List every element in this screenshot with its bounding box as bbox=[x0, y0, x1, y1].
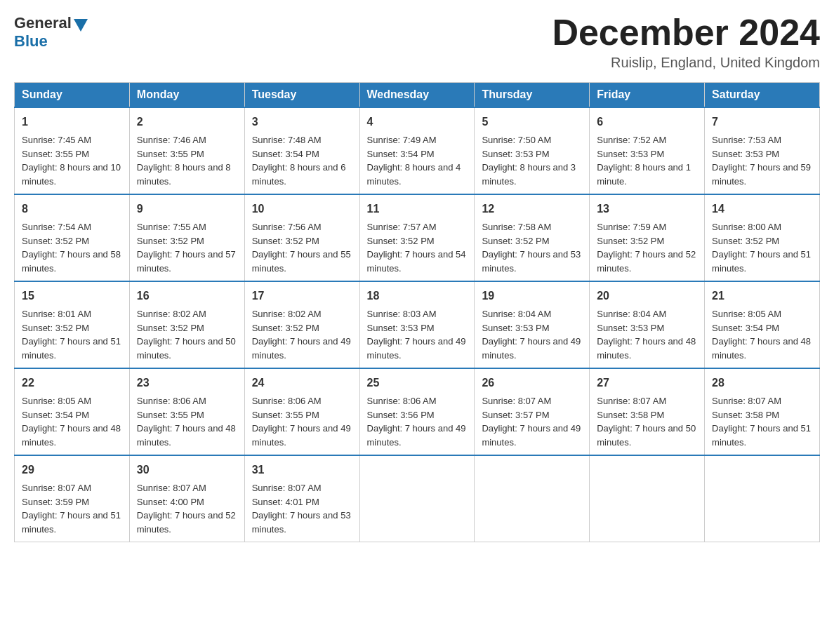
day-number: 9 bbox=[137, 201, 237, 217]
sunset-label: Sunset: 3:52 PM bbox=[367, 236, 435, 246]
calendar-cell: 20 Sunrise: 8:04 AM Sunset: 3:53 PM Dayl… bbox=[590, 281, 705, 368]
sunrise-label: Sunrise: 8:01 AM bbox=[22, 309, 91, 319]
sunrise-label: Sunrise: 8:06 AM bbox=[137, 396, 206, 406]
sunset-label: Sunset: 3:56 PM bbox=[367, 410, 435, 420]
sunrise-label: Sunrise: 8:02 AM bbox=[137, 309, 206, 319]
daylight-label: Daylight: 7 hours and 49 minutes. bbox=[252, 336, 351, 361]
daylight-label: Daylight: 7 hours and 51 minutes. bbox=[22, 510, 121, 535]
calendar-cell: 26 Sunrise: 8:07 AM Sunset: 3:57 PM Dayl… bbox=[475, 368, 590, 455]
day-number: 18 bbox=[367, 288, 468, 304]
day-number: 6 bbox=[597, 114, 697, 130]
sunset-label: Sunset: 3:53 PM bbox=[597, 323, 664, 333]
sunset-label: Sunset: 3:59 PM bbox=[22, 497, 89, 507]
calendar-cell: 11 Sunrise: 7:57 AM Sunset: 3:52 PM Dayl… bbox=[359, 194, 475, 281]
day-number: 14 bbox=[712, 201, 812, 217]
sunrise-label: Sunrise: 8:06 AM bbox=[252, 396, 322, 406]
daylight-label: Daylight: 7 hours and 53 minutes. bbox=[252, 510, 351, 535]
sunrise-label: Sunrise: 8:03 AM bbox=[367, 309, 437, 319]
day-number: 23 bbox=[137, 375, 237, 391]
calendar-cell: 7 Sunrise: 7:53 AM Sunset: 3:53 PM Dayli… bbox=[705, 107, 820, 194]
sunset-label: Sunset: 3:52 PM bbox=[597, 236, 664, 246]
day-number: 24 bbox=[252, 375, 352, 391]
day-number: 8 bbox=[22, 201, 122, 217]
calendar-cell: 4 Sunrise: 7:49 AM Sunset: 3:54 PM Dayli… bbox=[359, 107, 475, 194]
calendar-cell bbox=[359, 455, 475, 542]
day-number: 16 bbox=[137, 288, 237, 304]
column-header-sunday: Sunday bbox=[15, 83, 130, 108]
calendar-cell: 5 Sunrise: 7:50 AM Sunset: 3:53 PM Dayli… bbox=[475, 107, 590, 194]
daylight-label: Daylight: 7 hours and 50 minutes. bbox=[597, 423, 696, 448]
sunrise-label: Sunrise: 7:58 AM bbox=[482, 222, 551, 232]
location-text: Ruislip, England, United Kingdom bbox=[552, 55, 820, 71]
calendar-cell: 3 Sunrise: 7:48 AM Sunset: 3:54 PM Dayli… bbox=[244, 107, 359, 194]
sunrise-label: Sunrise: 7:50 AM bbox=[482, 135, 551, 145]
daylight-label: Daylight: 7 hours and 52 minutes. bbox=[137, 510, 236, 535]
calendar-cell: 6 Sunrise: 7:52 AM Sunset: 3:53 PM Dayli… bbox=[590, 107, 705, 194]
calendar-cell: 30 Sunrise: 8:07 AM Sunset: 4:00 PM Dayl… bbox=[129, 455, 244, 542]
day-number: 28 bbox=[712, 375, 812, 391]
daylight-label: Daylight: 7 hours and 57 minutes. bbox=[137, 249, 236, 274]
daylight-label: Daylight: 7 hours and 55 minutes. bbox=[252, 249, 351, 274]
day-number: 19 bbox=[482, 288, 582, 304]
day-number: 13 bbox=[597, 201, 697, 217]
sunset-label: Sunset: 3:58 PM bbox=[597, 410, 664, 420]
sunset-label: Sunset: 3:52 PM bbox=[137, 236, 204, 246]
calendar-cell: 12 Sunrise: 7:58 AM Sunset: 3:52 PM Dayl… bbox=[475, 194, 590, 281]
day-number: 21 bbox=[712, 288, 812, 304]
calendar-header-row: SundayMondayTuesdayWednesdayThursdayFrid… bbox=[15, 83, 820, 108]
daylight-label: Daylight: 7 hours and 49 minutes. bbox=[367, 423, 466, 448]
calendar-week-3: 15 Sunrise: 8:01 AM Sunset: 3:52 PM Dayl… bbox=[15, 281, 820, 368]
sunset-label: Sunset: 3:52 PM bbox=[252, 236, 319, 246]
day-number: 2 bbox=[137, 114, 237, 130]
sunset-label: Sunset: 3:52 PM bbox=[712, 236, 779, 246]
daylight-label: Daylight: 7 hours and 50 minutes. bbox=[137, 336, 236, 361]
calendar-cell bbox=[705, 455, 820, 542]
title-section: December 2024 Ruislip, England, United K… bbox=[552, 14, 820, 71]
calendar-cell: 19 Sunrise: 8:04 AM Sunset: 3:53 PM Dayl… bbox=[475, 281, 590, 368]
calendar-cell: 27 Sunrise: 8:07 AM Sunset: 3:58 PM Dayl… bbox=[590, 368, 705, 455]
sunset-label: Sunset: 3:52 PM bbox=[22, 236, 89, 246]
sunrise-label: Sunrise: 8:07 AM bbox=[712, 396, 781, 406]
calendar-cell: 10 Sunrise: 7:56 AM Sunset: 3:52 PM Dayl… bbox=[244, 194, 359, 281]
sunset-label: Sunset: 3:55 PM bbox=[137, 149, 204, 159]
day-number: 7 bbox=[712, 114, 812, 130]
column-header-thursday: Thursday bbox=[475, 83, 590, 108]
calendar-week-2: 8 Sunrise: 7:54 AM Sunset: 3:52 PM Dayli… bbox=[15, 194, 820, 281]
calendar-cell: 1 Sunrise: 7:45 AM Sunset: 3:55 PM Dayli… bbox=[15, 107, 130, 194]
daylight-label: Daylight: 7 hours and 49 minutes. bbox=[482, 423, 581, 448]
daylight-label: Daylight: 7 hours and 49 minutes. bbox=[367, 336, 466, 361]
calendar-cell: 9 Sunrise: 7:55 AM Sunset: 3:52 PM Dayli… bbox=[129, 194, 244, 281]
daylight-label: Daylight: 7 hours and 53 minutes. bbox=[482, 249, 581, 274]
sunset-label: Sunset: 3:54 PM bbox=[22, 410, 89, 420]
day-number: 31 bbox=[252, 462, 352, 478]
daylight-label: Daylight: 8 hours and 8 minutes. bbox=[137, 162, 231, 187]
day-number: 22 bbox=[22, 375, 122, 391]
sunrise-label: Sunrise: 7:53 AM bbox=[712, 135, 781, 145]
daylight-label: Daylight: 7 hours and 49 minutes. bbox=[252, 423, 351, 448]
calendar-cell: 31 Sunrise: 8:07 AM Sunset: 4:01 PM Dayl… bbox=[244, 455, 359, 542]
calendar-cell: 2 Sunrise: 7:46 AM Sunset: 3:55 PM Dayli… bbox=[129, 107, 244, 194]
daylight-label: Daylight: 7 hours and 48 minutes. bbox=[22, 423, 121, 448]
day-number: 20 bbox=[597, 288, 697, 304]
calendar-week-1: 1 Sunrise: 7:45 AM Sunset: 3:55 PM Dayli… bbox=[15, 107, 820, 194]
sunset-label: Sunset: 3:57 PM bbox=[482, 410, 549, 420]
day-number: 27 bbox=[597, 375, 697, 391]
sunrise-label: Sunrise: 8:05 AM bbox=[22, 396, 91, 406]
sunrise-label: Sunrise: 8:07 AM bbox=[597, 396, 666, 406]
day-number: 1 bbox=[22, 114, 122, 130]
sunrise-label: Sunrise: 8:02 AM bbox=[252, 309, 322, 319]
calendar-cell: 18 Sunrise: 8:03 AM Sunset: 3:53 PM Dayl… bbox=[359, 281, 475, 368]
daylight-label: Daylight: 7 hours and 51 minutes. bbox=[22, 336, 121, 361]
daylight-label: Daylight: 7 hours and 58 minutes. bbox=[22, 249, 121, 274]
logo-general-text: General bbox=[14, 14, 72, 32]
sunset-label: Sunset: 3:54 PM bbox=[252, 149, 319, 159]
day-number: 3 bbox=[252, 114, 352, 130]
day-number: 11 bbox=[367, 201, 468, 217]
month-title: December 2024 bbox=[552, 14, 820, 51]
day-number: 12 bbox=[482, 201, 582, 217]
daylight-label: Daylight: 8 hours and 3 minutes. bbox=[482, 162, 576, 187]
sunrise-label: Sunrise: 7:55 AM bbox=[137, 222, 206, 232]
sunset-label: Sunset: 4:01 PM bbox=[252, 497, 319, 507]
sunset-label: Sunset: 3:58 PM bbox=[712, 410, 779, 420]
sunrise-label: Sunrise: 8:07 AM bbox=[252, 483, 322, 493]
